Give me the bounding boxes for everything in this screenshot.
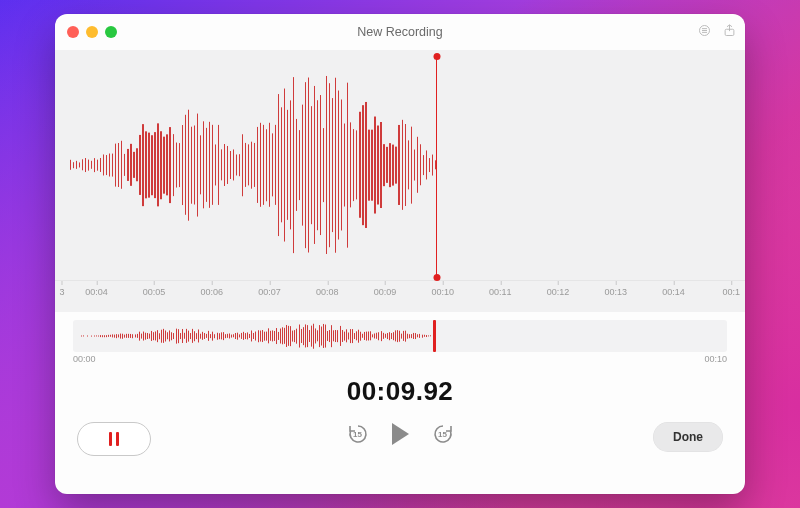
overview-waveform[interactable] <box>73 320 727 352</box>
skip-forward-label: 15 <box>431 422 455 446</box>
overview-area: 00:00 00:10 <box>55 312 745 366</box>
controls-row: 15 15 Done <box>55 416 745 494</box>
overview-end-label: 00:10 <box>704 354 727 364</box>
overview-start-label: 00:00 <box>73 354 96 364</box>
share-icon[interactable] <box>722 23 737 42</box>
elapsed-time: 00:09.92 <box>55 366 745 416</box>
elapsed-time-value: 00:09.92 <box>347 376 454 407</box>
window-title: New Recording <box>55 25 745 39</box>
skip-back-button[interactable]: 15 <box>346 422 370 446</box>
done-button[interactable]: Done <box>653 422 723 452</box>
overview-playhead[interactable] <box>433 320 436 352</box>
pause-icon <box>109 432 120 446</box>
desktop-wallpaper: New Recording 300:0400:0500:060 <box>0 0 800 508</box>
voice-memos-window: New Recording 300:0400:0500:060 <box>55 14 745 494</box>
skip-back-label: 15 <box>346 422 370 446</box>
titlebar: New Recording <box>55 14 745 50</box>
pause-button[interactable] <box>77 422 151 456</box>
play-button[interactable] <box>392 423 409 445</box>
playhead[interactable] <box>436 56 438 278</box>
skip-forward-button[interactable]: 15 <box>431 422 455 446</box>
options-icon[interactable] <box>697 23 712 42</box>
time-ruler: 300:0400:0500:0600:0700:0800:0900:1000:1… <box>55 280 745 312</box>
waveform-area[interactable]: 300:0400:0500:0600:0700:0800:0900:1000:1… <box>55 50 745 312</box>
